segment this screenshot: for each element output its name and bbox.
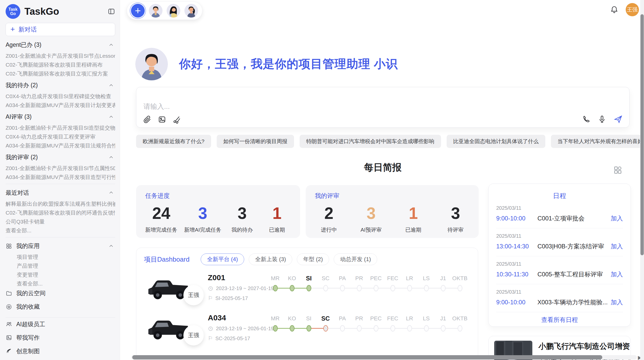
tab-new-body[interactable]: 全新上装 (3) <box>249 253 292 265</box>
attachment-icon[interactable] <box>143 115 152 124</box>
image-icon <box>6 334 12 341</box>
sidebar-item[interactable]: C02-飞腾新能源轻客改款项目立项汇报方案 <box>6 68 115 77</box>
sidebar-item[interactable]: C02-飞腾新能源轻客改款项目里程碑画布 <box>6 59 115 68</box>
schedule-name: C001-立项审批会 <box>537 214 611 222</box>
schedule-item: 2025/03/11 9:00-10:00 X003-车辆动力学性能验... 加… <box>496 284 623 312</box>
sidebar-collapse-icon[interactable] <box>108 8 115 15</box>
section-header-my-apps[interactable]: 我的应用 <box>6 242 114 250</box>
milestone: FEC <box>384 274 401 292</box>
scissors-icon[interactable] <box>172 115 181 124</box>
milestone-dot <box>390 325 395 332</box>
suggestion-chip[interactable]: 特朗普可能对进口汽车增税会对中国车企造成哪些影响 <box>300 135 441 148</box>
project-code: A034 <box>208 313 267 322</box>
milestone-dot <box>306 285 311 291</box>
top-bar: + 王强 <box>127 2 639 20</box>
scroll-down-indicator[interactable]: ▼ <box>616 346 621 352</box>
assistant-avatar-1[interactable] <box>149 4 163 18</box>
sidebar-item[interactable]: Z001-全新燃油轻卡产品开发项目SI节点属性5D文件评审 <box>6 162 115 171</box>
notification-bell-icon[interactable] <box>610 5 619 14</box>
suggestion-chip[interactable]: 当下年轻人对汽车外观有怎样的喜好趋势 <box>551 135 644 148</box>
new-chat-button[interactable]: + 新对话 <box>6 23 115 36</box>
sidebar-item-favorites[interactable]: 我的收藏 <box>6 300 115 313</box>
add-assistant-button[interactable]: + <box>131 4 145 18</box>
horizontal-scrollbar-thumb[interactable] <box>132 355 602 359</box>
schedule-name: C005-整车工程目标评审 <box>537 270 611 278</box>
app-item-product-mgmt[interactable]: 产品管理 <box>6 260 115 269</box>
divider <box>6 184 115 184</box>
new-chat-label: 新对话 <box>19 25 37 34</box>
schedule-time: 9:00-10:00 <box>496 215 535 222</box>
sidebar-item-creative-drawing[interactable]: 创意制图 <box>6 344 115 358</box>
sidebar-item[interactable]: A034-全新新能源MUV产品开发项目法规符合性评审 <box>6 140 115 148</box>
section-header-ai-review[interactable]: AI评审 (3) <box>6 113 114 121</box>
join-button[interactable]: 加入 <box>611 214 623 222</box>
suggestion-chip[interactable]: 比亚迪全固态电池计划具体说了什么 <box>447 135 545 148</box>
section-header-agent-done[interactable]: Agent已办 (3) <box>6 41 114 49</box>
sidebar-item-help-me-write[interactable]: 帮我写作 <box>6 331 115 344</box>
milestone-dot <box>374 325 378 332</box>
join-button[interactable]: 加入 <box>611 298 623 306</box>
microphone-icon[interactable] <box>598 115 606 124</box>
stat: 3 新增AI完成任务 <box>184 204 221 233</box>
recent-chat-item[interactable]: C02-飞腾新能源轻客改款项目的闭环通告反馈情况 <box>6 207 115 216</box>
join-button[interactable]: 加入 <box>611 242 623 250</box>
milestone-dot <box>323 325 328 332</box>
suggestion-chip[interactable]: 如何写一份清晰的项目周报 <box>217 135 294 148</box>
image-upload-icon[interactable] <box>158 115 166 124</box>
section-header-my-review[interactable]: 我的评审 (2) <box>6 153 114 161</box>
assistant-avatar-2[interactable] <box>167 4 180 18</box>
recent-chat-item[interactable]: 解释最新出台的欧盟报废车法规再生塑料比例被调至15%... <box>6 198 115 207</box>
chevron-up-icon <box>108 154 114 160</box>
section-header-my-todo[interactable]: 我的待办 (2) <box>6 81 114 89</box>
voice-call-icon[interactable] <box>582 115 591 124</box>
project-row[interactable]: 王强 A034 2023-12-19 ~ 2026-01-19 ⚐ SC-202… <box>144 313 470 346</box>
tab-model-year[interactable]: 年型 (2) <box>297 253 329 265</box>
sidebar-scroll-area: Agent已办 (3) Z001-全新燃油皮卡产品开发项目SI节点Lesson … <box>6 36 115 358</box>
folder-icon <box>6 290 12 297</box>
milestone-dot <box>441 325 446 332</box>
milestone-dot <box>458 285 462 291</box>
tab-powertrain[interactable]: 动总开发 (1) <box>334 253 377 265</box>
vertical-scrollbar[interactable] <box>640 0 644 360</box>
milestone: SI <box>300 314 317 333</box>
milestone: FEC <box>384 314 401 333</box>
sidebar-item[interactable]: C0X4-动力总成开发项目工程变更评审 <box>6 131 115 140</box>
sidebar-item[interactable]: C0X4-动力总成开发项目SI里程碑提交物检查 <box>6 90 115 99</box>
sidebar-item-ai-super-staff[interactable]: AI超级员工 <box>6 318 115 331</box>
project-owner-badge: 王强 <box>183 325 204 346</box>
assistant-avatar-3[interactable] <box>184 4 198 18</box>
horizontal-scrollbar[interactable] <box>131 355 637 359</box>
sidebar-item-cloud-space[interactable]: 我的云空间 <box>6 287 115 300</box>
star-badge-icon <box>6 304 12 310</box>
milestone-timeline: MR KO SI SC PA PR PEC FEC LR LS J1 OKTB <box>267 274 470 292</box>
milestone: PA <box>334 314 351 333</box>
vertical-scrollbar-thumb[interactable] <box>640 14 644 255</box>
app-item-project-mgmt[interactable]: 项目管理 <box>6 251 115 260</box>
recent-chat-item[interactable]: 公司Q3轻卡销量 <box>6 216 115 224</box>
sidebar-item[interactable]: Z001-全新燃油轻卡产品开发项目SI造型提交物评审 <box>6 122 115 131</box>
suggestion-chip[interactable]: 欧洲新规最近颁布了什么? <box>136 135 211 148</box>
sidebar-item[interactable]: Z001-全新燃油皮卡产品开发项目SI节点Lesson Learn报告 <box>6 50 115 59</box>
join-button[interactable]: 加入 <box>611 270 623 278</box>
milestone: PR <box>351 274 368 292</box>
recent-view-all[interactable]: 查看全部... <box>6 224 115 233</box>
app-item-change-mgmt[interactable]: 变更管理 <box>6 269 115 278</box>
briefing-layout-icon[interactable] <box>613 165 623 175</box>
chevron-up-icon <box>108 190 114 196</box>
section-header-recent-chats[interactable]: 最近对话 <box>6 189 114 197</box>
milestone-dot <box>424 285 429 291</box>
flag-icon: ⚐ <box>208 335 213 342</box>
sidebar-item[interactable]: A034-全新新能源MUV产品开发项目造型可行性评审 <box>6 171 115 180</box>
milestone: PR <box>351 314 368 333</box>
chat-composer[interactable]: 请输入... <box>136 87 630 128</box>
project-row[interactable]: 王强 Z001 2023-12-19 ~ 2027-01-19 ⚐ SI-202… <box>144 273 470 305</box>
sidebar: Task Go TaskGo + 新对话 Agent已办 (3) Z001-全新… <box>0 0 120 360</box>
tab-new-platform[interactable]: 全新平台 (4) <box>201 253 244 265</box>
schedule-name: X003-车辆动力学性能验... <box>537 298 611 306</box>
milestone-dot <box>407 325 412 332</box>
apps-view-all[interactable]: 查看全部... <box>6 278 115 287</box>
view-all-schedule-link[interactable]: 查看所有日程 <box>496 316 623 324</box>
send-icon[interactable] <box>613 115 623 124</box>
user-avatar[interactable]: 王强 <box>626 3 639 16</box>
sidebar-item[interactable]: A034-全新新能源MUV产品开发项目计划变更表编写 <box>6 99 115 108</box>
